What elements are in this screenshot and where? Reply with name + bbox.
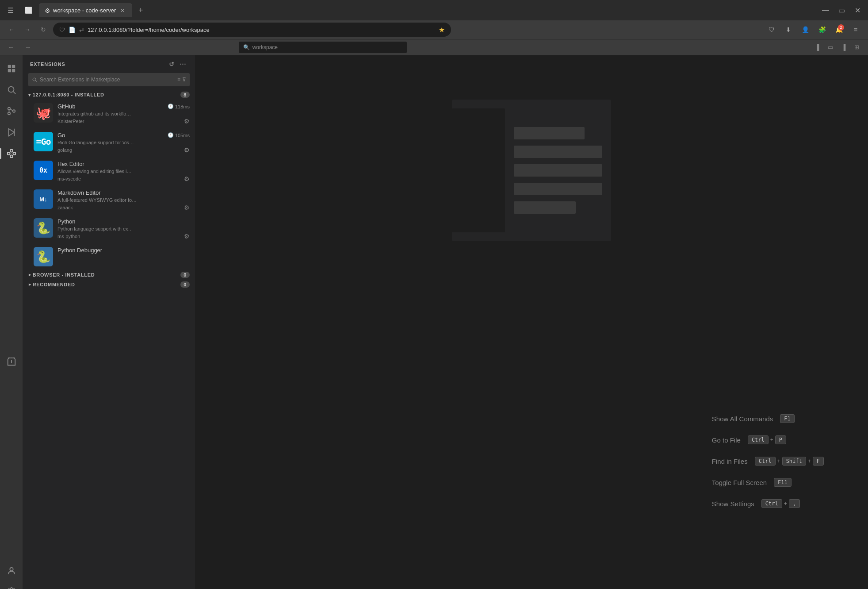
ext-item-github[interactable]: 🐙 GitHub 🕐 118ms Integrates github and i… — [23, 100, 195, 128]
vscode-back-btn[interactable]: ← — [5, 42, 17, 53]
ext-item-markdown[interactable]: M↓ Markdown Editor A full-featured WYSIW… — [23, 186, 195, 215]
md-author: zaaack — [57, 205, 73, 210]
svg-line-26 — [35, 81, 37, 82]
new-tab-btn[interactable]: + — [134, 3, 148, 17]
forward-btn[interactable]: → — [21, 23, 34, 36]
tab-active[interactable]: ⚙ workspace - code-server ✕ — [39, 4, 132, 17]
activity-testing[interactable] — [2, 353, 21, 372]
installed-section-label: 127.0.0.1:8080 - INSTALLED — [33, 92, 104, 97]
activity-settings[interactable] — [2, 582, 21, 589]
pydebug-info: Python Debugger — [57, 247, 190, 256]
extensions-search-input[interactable] — [40, 77, 175, 83]
refresh-btn[interactable]: ↺ — [167, 59, 176, 69]
sidebar-toggle-btn[interactable]: ☰ — [4, 3, 18, 17]
more-options-btn[interactable]: ··· — [178, 59, 188, 69]
github-icon: 🐙 — [34, 103, 53, 123]
python-name: Python — [57, 218, 75, 225]
ext-item-pydebug[interactable]: 🐍 Python Debugger — [23, 243, 195, 270]
sidebar-layout-btn[interactable]: ▐ — [811, 42, 823, 53]
cmd-find-files[interactable]: Find in Files Ctrl + Shift + F — [712, 457, 824, 466]
extensions-header: EXTENSIONS ↺ ··· — [23, 55, 195, 73]
browser-section-header[interactable]: ▾ BROWSER - INSTALLED 0 — [23, 270, 195, 280]
recommended-section-header[interactable]: ▾ RECOMMENDED 0 — [23, 280, 195, 289]
kbd-shift: Shift — [782, 457, 806, 466]
browser-chrome: ☰ ⬜ ⚙ workspace - code-server ✕ + — ▭ ✕ … — [0, 0, 868, 39]
activity-account[interactable] — [2, 561, 21, 581]
pocket-btn[interactable]: 🛡 — [765, 23, 779, 37]
go-time-value: 105ms — [175, 133, 190, 138]
extensions-search-bar[interactable]: ≡ ⊽ — [28, 73, 190, 86]
cmd-goto-file[interactable]: Go to File Ctrl + P — [712, 435, 824, 444]
go-author-row: golang ⚙ — [57, 146, 190, 154]
ext-item-hex[interactable]: 0x Hex Editor Allows viewing and editing… — [23, 157, 195, 186]
go-name: Go — [57, 132, 65, 139]
md-gear-btn[interactable]: ⚙ — [184, 204, 190, 211]
ext-item-python[interactable]: 🐍 Python Python language support with ex… — [23, 215, 195, 243]
download-btn[interactable]: ⬇ — [781, 23, 795, 37]
plus-2: + — [777, 458, 780, 464]
active-tab-favicon: ⚙ — [45, 7, 50, 14]
hex-gear-btn[interactable]: ⚙ — [184, 175, 190, 182]
close-window-btn[interactable]: ✕ — [850, 3, 864, 17]
extensions-btn[interactable]: 🧩 — [815, 23, 829, 37]
plus-4: + — [784, 500, 787, 507]
ext-item-go[interactable]: =Go Go 🕐 105ms Rich Go language support … — [23, 128, 195, 157]
vscode-search-bar[interactable]: 🔍 workspace — [239, 42, 407, 53]
svg-rect-14 — [10, 150, 13, 152]
menu-btn[interactable]: ≡ — [849, 23, 863, 37]
grid-layout-btn[interactable]: ⊞ — [851, 42, 863, 53]
go-time: 🕐 105ms — [168, 132, 190, 138]
go-gear-btn[interactable]: ⚙ — [184, 146, 190, 154]
url-text[interactable]: 127.0.0.1:8080/?folder=/home/coder/works… — [88, 27, 210, 33]
github-gear-btn[interactable]: ⚙ — [184, 118, 190, 125]
cmd-show-all[interactable]: Show All Commands F1 — [712, 414, 824, 423]
extensions-panel: EXTENSIONS ↺ ··· ≡ ⊽ ▾ 127.0.0.1:8080 - … — [23, 55, 195, 589]
md-name: Markdown Editor — [57, 189, 101, 196]
svg-point-4 — [8, 87, 14, 92]
python-gear-btn[interactable]: ⚙ — [184, 233, 190, 240]
python-title-row: Python — [57, 218, 190, 225]
logo-line-5 — [514, 201, 576, 214]
cmd-settings[interactable]: Show Settings Ctrl + , — [712, 499, 824, 508]
panel-layout-btn[interactable]: ▐ — [838, 42, 849, 53]
python-info: Python Python language support with ex… … — [57, 218, 190, 240]
kbd-ctrl-3: Ctrl — [761, 499, 782, 508]
activity-run[interactable] — [2, 123, 21, 142]
extensions-actions: ↺ ··· — [167, 59, 188, 69]
tab-blank[interactable]: ⬜ — [19, 4, 38, 16]
reload-btn[interactable]: ↻ — [37, 23, 50, 36]
blank-tab-favicon: ⬜ — [25, 7, 32, 14]
svg-rect-16 — [10, 155, 13, 158]
cmd-fullscreen[interactable]: Toggle Full Screen F11 — [712, 478, 824, 487]
cmd-fullscreen-keys: F11 — [774, 478, 792, 487]
svg-line-5 — [13, 92, 15, 94]
activity-extensions[interactable] — [2, 144, 21, 163]
address-bar[interactable]: 🛡 📄 ⇄ 127.0.0.1:8080/?folder=/home/coder… — [53, 23, 451, 37]
recommended-count: 0 — [180, 281, 190, 288]
editor-layout-btn[interactable]: ▭ — [825, 42, 836, 53]
installed-section-header[interactable]: ▾ 127.0.0.1:8080 - INSTALLED 8 — [23, 90, 195, 100]
activity-search[interactable] — [2, 80, 21, 100]
filter-icons: ≡ ⊽ — [177, 77, 186, 83]
svg-rect-2 — [8, 69, 11, 72]
hex-name: Hex Editor — [57, 161, 84, 167]
list-filter-icon[interactable]: ≡ — [177, 77, 180, 83]
filter-icon[interactable]: ⊽ — [182, 77, 186, 83]
extensions-title: EXTENSIONS — [30, 62, 65, 67]
maximize-btn[interactable]: ▭ — [834, 3, 849, 17]
github-time-value: 118ms — [175, 104, 190, 109]
svg-marker-11 — [8, 129, 14, 136]
activity-source-control[interactable] — [2, 101, 21, 121]
kbd-comma: , — [789, 499, 800, 508]
bookmark-icon[interactable]: ★ — [439, 26, 445, 34]
notifications-btn[interactable]: 🔔 2 — [832, 23, 846, 37]
vscode-forward-btn[interactable]: → — [22, 42, 34, 53]
activity-explorer[interactable] — [2, 59, 21, 78]
minimize-btn[interactable]: — — [818, 3, 833, 17]
clock-icon: 🕐 — [168, 104, 174, 109]
profile-btn[interactable]: 👤 — [798, 23, 812, 37]
back-btn[interactable]: ← — [5, 23, 18, 36]
kbd-p: P — [775, 435, 786, 444]
python-icon: 🐍 — [34, 218, 53, 238]
tab-close-btn[interactable]: ✕ — [119, 7, 126, 15]
